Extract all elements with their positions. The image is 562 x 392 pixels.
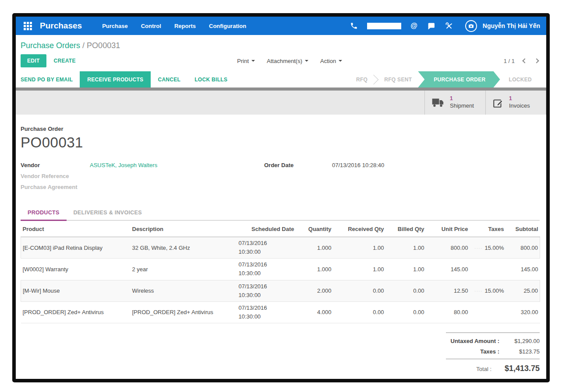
apps-grid-icon[interactable] bbox=[24, 22, 32, 30]
cell-quantity: 1.000 bbox=[296, 237, 333, 259]
print-menu[interactable]: Print bbox=[237, 58, 255, 64]
progress-bar[interactable] bbox=[367, 23, 401, 29]
chevron-right-icon[interactable] bbox=[534, 58, 539, 63]
menu-item-reports[interactable]: Reports bbox=[174, 23, 196, 29]
cell-scheduled-date: 07/13/2016 10:30:00 bbox=[237, 280, 296, 301]
column-header-unit-price[interactable]: Unit Price bbox=[426, 220, 470, 237]
column-header-quantity[interactable]: Quantity bbox=[296, 220, 333, 237]
pager: 1 / 1 bbox=[504, 58, 538, 64]
table-row[interactable]: [PROD_ORDER] Zed+ Antivirus[PROD_ORDER] … bbox=[21, 301, 540, 323]
chat-bubble-icon[interactable] bbox=[427, 22, 435, 30]
tab-products[interactable]: PRODUCTS bbox=[21, 205, 67, 220]
mentions-icon[interactable]: @ bbox=[410, 22, 417, 30]
smart-button-shipment[interactable]: 1Shipment bbox=[424, 91, 485, 115]
cancel-button[interactable]: CANCEL bbox=[151, 71, 187, 88]
breadcrumb-current: PO00031 bbox=[87, 41, 120, 50]
action-menus: Print Attachment(s) Action bbox=[76, 58, 504, 64]
table-row[interactable]: [W0002] Warranty2 year07/13/2016 10:30:0… bbox=[21, 259, 540, 280]
table-body: [E-COM03] iPad Retina Display32 GB, Whit… bbox=[21, 237, 540, 323]
caret-down-icon bbox=[339, 60, 342, 62]
cell-received-qty: 1.00 bbox=[333, 237, 386, 259]
table-row[interactable]: [M-Wir] MouseWireless07/13/2016 10:30:00… bbox=[21, 280, 540, 301]
receive-products-button[interactable]: RECEIVE PRODUCTS bbox=[80, 71, 151, 88]
cell-quantity: 1.000 bbox=[296, 259, 333, 280]
tools-icon[interactable] bbox=[445, 21, 453, 30]
caret-down-icon bbox=[251, 60, 255, 62]
cell-subtotal: 800.00 bbox=[506, 237, 540, 259]
column-header-description[interactable]: Description bbox=[131, 220, 237, 237]
column-header-product[interactable]: Product bbox=[21, 220, 131, 237]
cell-product: [W0002] Warranty bbox=[21, 259, 131, 280]
smart-buttons-box: 1Shipment1Invoices bbox=[16, 91, 546, 115]
breadcrumb-parent[interactable]: Purchase Orders bbox=[21, 41, 80, 50]
vendor-label: Vendor bbox=[21, 162, 90, 168]
smart-button-label: Shipment bbox=[450, 102, 474, 110]
attachments-menu[interactable]: Attachment(s) bbox=[267, 58, 308, 64]
app-window-content: Purchases PurchaseControlReportsConfigur… bbox=[16, 17, 546, 379]
breadcrumb: Purchase Orders / PO00031 bbox=[21, 39, 540, 52]
statusbar-buttons: SEND PO BY EMAILRECEIVE PRODUCTSCANCELLO… bbox=[21, 71, 234, 88]
tax-dots: ···· bbox=[474, 245, 483, 251]
cell-scheduled-date: 07/13/2016 10:30:00 bbox=[237, 301, 296, 323]
form-fields: Vendor ASUSTeK, Joseph Walters Vendor Re… bbox=[21, 162, 540, 195]
statusbar: SEND PO BY EMAILRECEIVE PRODUCTSCANCELLO… bbox=[16, 71, 546, 88]
column-header-taxes[interactable]: Taxes bbox=[470, 220, 506, 237]
record-name: PO00031 bbox=[21, 134, 540, 151]
cell-billed-qty: 0.00 bbox=[386, 301, 426, 323]
edit-button[interactable]: EDIT bbox=[21, 54, 46, 67]
caret-down-icon bbox=[305, 60, 308, 62]
lock-bills-button[interactable]: LOCK BILLS bbox=[187, 71, 234, 88]
cell-quantity: 4.000 bbox=[296, 301, 333, 323]
table-header-row: ProductDescriptionScheduled DateQuantity… bbox=[21, 220, 540, 237]
user-menu[interactable]: Nguyễn Thị Hải Yến bbox=[483, 22, 540, 29]
cell-unit-price: 145.00 bbox=[426, 259, 470, 280]
menu-item-control[interactable]: Control bbox=[141, 23, 161, 29]
taxes-label: Taxes : bbox=[480, 348, 499, 355]
cell-subtotal: 320.00 bbox=[506, 301, 540, 323]
smart-button-invoices[interactable]: 1Invoices bbox=[485, 91, 546, 115]
cell-taxes: ····15.00% bbox=[470, 280, 506, 301]
totals-block: Untaxed Amount : $1,290.00 Taxes : $123.… bbox=[446, 332, 540, 373]
menu-item-configuration[interactable]: Configuration bbox=[209, 23, 246, 29]
status-purchase-order[interactable]: PURCHASE ORDER bbox=[418, 71, 500, 88]
cell-billed-qty: 0.00 bbox=[386, 280, 426, 301]
column-header-billed-qty[interactable]: Billed Qty bbox=[386, 220, 426, 237]
chevron-left-icon[interactable] bbox=[522, 58, 527, 63]
breadcrumb-separator: / bbox=[82, 41, 85, 50]
status-pipeline: RFQRFQ SENTPURCHASE ORDERLOCKED bbox=[347, 71, 546, 88]
column-header-received-qty[interactable]: Received Qty bbox=[333, 220, 386, 237]
cell-description: [PROD_ORDER] Zed+ Antivirus bbox=[131, 301, 237, 323]
smart-button-label: Invoices bbox=[509, 102, 530, 110]
action-menu[interactable]: Action bbox=[320, 58, 342, 64]
vendor-reference-label: Vendor Reference bbox=[21, 173, 90, 179]
smart-button-count: 1 bbox=[509, 95, 530, 102]
cell-description: 2 year bbox=[131, 259, 237, 280]
cell-received-qty: 0.00 bbox=[333, 301, 386, 323]
create-button[interactable]: CREATE bbox=[54, 58, 76, 64]
phone-icon[interactable] bbox=[350, 22, 358, 30]
cell-taxes bbox=[470, 301, 506, 323]
app-menu: PurchaseControlReportsConfiguration bbox=[102, 23, 246, 29]
cell-scheduled-date: 07/13/2016 10:30:00 bbox=[237, 259, 296, 280]
print-menu-label: Print bbox=[237, 58, 249, 64]
column-header-subtotal[interactable]: Subtotal bbox=[506, 220, 540, 237]
top-navbar: Purchases PurchaseControlReportsConfigur… bbox=[16, 17, 546, 35]
divider-strip bbox=[16, 88, 546, 91]
user-avatar[interactable] bbox=[465, 20, 477, 32]
tab-deliveries-invoices[interactable]: DELIVERIES & INVOICES bbox=[67, 205, 149, 220]
vendor-value[interactable]: ASUSTeK, Joseph Walters bbox=[90, 162, 157, 168]
status-locked[interactable]: LOCKED bbox=[500, 71, 541, 88]
cell-unit-price: 12.50 bbox=[426, 280, 470, 301]
cell-scheduled-date: 07/13/2016 10:30:00 bbox=[237, 237, 296, 259]
total-label: Total : bbox=[476, 366, 491, 372]
status-rfq-sent[interactable]: RFQ SENT bbox=[375, 71, 421, 88]
menu-item-purchase[interactable]: Purchase bbox=[102, 23, 128, 29]
smart-button-count: 1 bbox=[450, 95, 474, 102]
column-header-scheduled-date[interactable]: Scheduled Date bbox=[237, 220, 296, 237]
invoice-edit-icon bbox=[492, 97, 504, 108]
send-po-by-email-button[interactable]: SEND PO BY EMAIL bbox=[21, 71, 80, 88]
cell-unit-price: 80.00 bbox=[426, 301, 470, 323]
table-row[interactable]: [E-COM03] iPad Retina Display32 GB, Whit… bbox=[21, 237, 540, 259]
truck-icon bbox=[431, 98, 445, 108]
cell-received-qty: 1.00 bbox=[333, 259, 386, 280]
